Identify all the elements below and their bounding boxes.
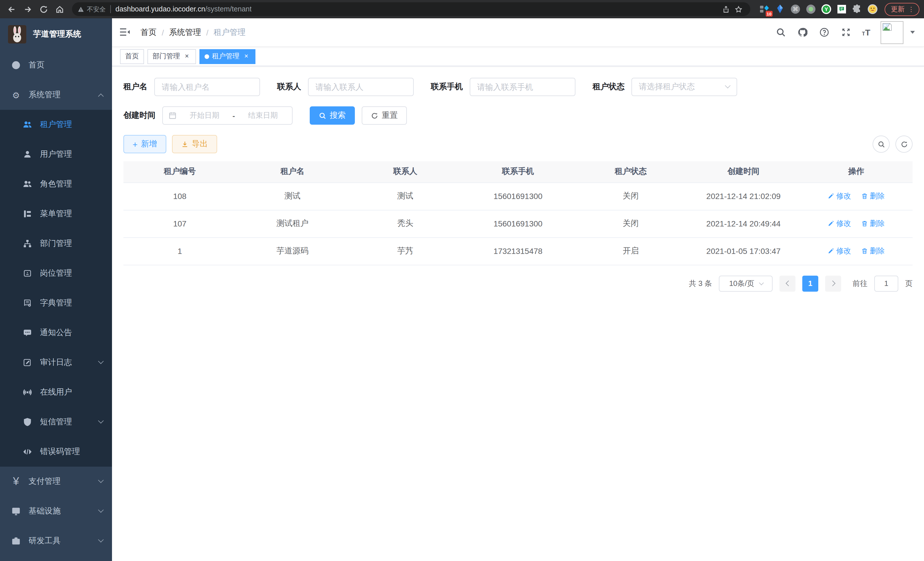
tag-label: 部门管理: [153, 51, 180, 61]
edit-link[interactable]: 修改: [828, 191, 851, 201]
sidebar-item-audit-log[interactable]: 审计日志: [0, 348, 112, 378]
reset-button[interactable]: 重置: [362, 106, 407, 125]
delete-link[interactable]: 删除: [861, 191, 885, 201]
share-icon[interactable]: [719, 5, 732, 13]
sidebar-item-payment[interactable]: ¥ 支付管理: [0, 467, 112, 496]
sidebar-item-post[interactable]: 岗位管理: [0, 259, 112, 288]
help-icon[interactable]: [819, 27, 830, 38]
export-button[interactable]: 导出: [172, 135, 217, 153]
cell-status: 关闭: [574, 210, 687, 237]
sidebar-item-dict[interactable]: 字典管理: [0, 288, 112, 318]
breadcrumb-home[interactable]: 首页: [141, 27, 157, 38]
browser-update-button[interactable]: 更新 ⋮: [885, 3, 920, 16]
sidebar-item-dept[interactable]: 部门管理: [0, 229, 112, 259]
header-tenant-name: 租户名: [236, 161, 349, 182]
toggle-search-button[interactable]: [873, 135, 890, 153]
current-page[interactable]: 1: [802, 275, 818, 291]
url-separator: [110, 5, 111, 13]
cell-contact: 芋艿: [349, 237, 462, 265]
cell-phone: 17321315478: [462, 237, 574, 265]
extension-dot-icon[interactable]: [806, 4, 816, 14]
export-button-label: 导出: [192, 139, 208, 149]
search-button[interactable]: 搜索: [310, 106, 355, 125]
sidebar-item-user[interactable]: 用户管理: [0, 140, 112, 169]
forward-icon[interactable]: [21, 2, 34, 16]
dropdown-caret-icon[interactable]: [910, 31, 915, 34]
shield-icon: [23, 417, 32, 427]
sidebar-item-error-code[interactable]: 错误码管理: [0, 437, 112, 467]
extension-grid-icon[interactable]: 10: [759, 4, 770, 14]
back-icon[interactable]: [4, 2, 18, 16]
tree-table-icon: [23, 209, 32, 218]
goto-page-input[interactable]: [874, 275, 898, 291]
extension-puzzle-icon[interactable]: [852, 4, 862, 14]
add-button[interactable]: + 新增: [123, 135, 166, 153]
org-tree-icon: [23, 239, 32, 248]
table-row: 1 芋道源码 芋艿 17321315478 开启 2021-01-05 17:0…: [123, 237, 913, 265]
sidebar-item-menu[interactable]: 菜单管理: [0, 199, 112, 229]
extension-command-icon[interactable]: ⌘: [790, 4, 801, 14]
delete-link[interactable]: 删除: [861, 246, 885, 256]
sidebar-item-role[interactable]: 角色管理: [0, 169, 112, 199]
users-icon: [23, 120, 32, 129]
sidebar-item-label: 部门管理: [40, 238, 72, 249]
date-range-picker[interactable]: 开始日期 - 结束日期: [162, 106, 292, 125]
logo: 芋道管理系统: [0, 18, 112, 50]
star-icon[interactable]: [732, 5, 745, 13]
sidebar-item-notice[interactable]: 通知公告: [0, 318, 112, 348]
home-icon[interactable]: [52, 2, 66, 16]
extension-chat-icon[interactable]: [837, 4, 847, 14]
tag-dept[interactable]: 部门管理 ×: [147, 49, 196, 64]
extension-emoji-icon[interactable]: [867, 4, 878, 14]
security-warning[interactable]: 不安全: [78, 5, 106, 14]
reload-icon[interactable]: [37, 2, 50, 16]
extension-kite-icon[interactable]: [775, 4, 785, 14]
sidebar-collapse-icon[interactable]: [120, 27, 131, 38]
breadcrumb-system[interactable]: 系统管理: [169, 27, 201, 38]
phone-input[interactable]: [470, 78, 575, 96]
search-icon: [878, 140, 885, 148]
sidebar-item-system[interactable]: ⚙ 系统管理: [0, 80, 112, 110]
tag-tenant[interactable]: 租户管理 ×: [200, 49, 255, 64]
edit-link[interactable]: 修改: [828, 218, 851, 229]
url-text[interactable]: dashboard.yudao.iocoder.cn/system/tenant: [116, 5, 252, 13]
delete-link[interactable]: 删除: [861, 218, 885, 229]
page-size-value: 10条/页: [729, 278, 754, 289]
chevron-down-icon: [725, 82, 730, 88]
more-menu-icon[interactable]: ⋮: [908, 6, 914, 12]
close-icon[interactable]: ×: [183, 52, 191, 60]
browser-toolbar: 不安全 dashboard.yudao.iocoder.cn/system/te…: [0, 0, 924, 18]
extension-y-icon[interactable]: Y: [821, 4, 831, 14]
tenant-name-input[interactable]: [154, 78, 260, 96]
search-icon[interactable]: [775, 27, 787, 38]
url-bar[interactable]: 不安全 dashboard.yudao.iocoder.cn/system/te…: [72, 2, 750, 16]
avatar[interactable]: [880, 21, 903, 44]
sidebar-item-home[interactable]: 首页: [0, 50, 112, 80]
cell-id: 108: [123, 182, 236, 210]
security-label: 不安全: [87, 5, 106, 14]
next-page-button[interactable]: [825, 275, 841, 291]
font-size-icon[interactable]: TT: [862, 28, 870, 37]
sidebar-item-tenant[interactable]: 租户管理: [0, 110, 112, 140]
log-edit-icon: [23, 358, 32, 367]
status-select[interactable]: 请选择租户状态: [632, 78, 737, 96]
page-size-select[interactable]: 10条/页: [719, 275, 772, 291]
edit-link[interactable]: 修改: [828, 246, 851, 256]
page-content: 租户名 联系人 联系手机 租户状态 请选择租户状态: [112, 66, 924, 561]
table-row: 107 测试租户 秃头 15601691300 关闭 2021-12-14 20…: [123, 210, 913, 237]
refresh-table-button[interactable]: [896, 135, 913, 153]
close-icon[interactable]: ×: [242, 52, 250, 60]
sidebar-item-sms[interactable]: 短信管理: [0, 407, 112, 437]
tag-home[interactable]: 首页: [120, 49, 144, 64]
cell-actions: 修改 删除: [800, 210, 913, 237]
cell-phone: 15601691300: [462, 182, 574, 210]
sidebar-item-online-users[interactable]: 在线用户: [0, 378, 112, 407]
update-label: 更新: [891, 4, 904, 14]
prev-page-button[interactable]: [779, 275, 795, 291]
fullscreen-icon[interactable]: [840, 27, 852, 38]
page-unit: 页: [905, 278, 913, 289]
sidebar-item-devtools[interactable]: 研发工具: [0, 526, 112, 556]
github-icon[interactable]: [797, 27, 808, 38]
sidebar-item-infra[interactable]: 基础设施: [0, 496, 112, 526]
contact-input[interactable]: [308, 78, 414, 96]
